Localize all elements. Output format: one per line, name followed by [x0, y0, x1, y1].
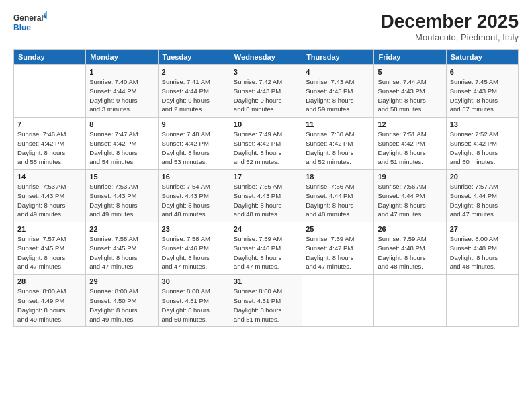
day-number: 18	[306, 173, 370, 181]
calendar-cell: 3Sunrise: 7:42 AMSunset: 4:43 PMDaylight…	[230, 65, 302, 118]
day-number: 1	[89, 68, 154, 76]
calendar-cell	[14, 65, 86, 118]
calendar-cell: 26Sunrise: 7:59 AMSunset: 4:48 PMDayligh…	[374, 222, 446, 275]
day-info: Sunrise: 8:00 AMSunset: 4:49 PMDaylight:…	[17, 287, 82, 324]
calendar-cell: 11Sunrise: 7:50 AMSunset: 4:42 PMDayligh…	[302, 118, 374, 170]
calendar-cell: 21Sunrise: 7:57 AMSunset: 4:45 PMDayligh…	[14, 222, 86, 275]
location: Montacuto, Piedmont, Italy	[381, 32, 519, 42]
day-number: 4	[306, 68, 370, 76]
calendar-cell: 1Sunrise: 7:40 AMSunset: 4:44 PMDaylight…	[86, 65, 158, 118]
day-number: 17	[234, 173, 298, 181]
calendar-cell: 19Sunrise: 7:56 AMSunset: 4:44 PMDayligh…	[374, 170, 446, 222]
day-number: 25	[306, 225, 370, 233]
day-number: 31	[234, 277, 298, 285]
calendar-cell: 10Sunrise: 7:49 AMSunset: 4:42 PMDayligh…	[230, 118, 302, 170]
calendar-cell: 14Sunrise: 7:53 AMSunset: 4:43 PMDayligh…	[14, 170, 86, 222]
day-number: 26	[378, 225, 442, 233]
day-info: Sunrise: 8:00 AMSunset: 4:50 PMDaylight:…	[89, 287, 154, 324]
day-number: 15	[89, 173, 154, 181]
weekday-header-wednesday: Wednesday	[230, 50, 302, 65]
weekday-header-sunday: Sunday	[14, 50, 86, 65]
month-title: December 2025	[381, 11, 519, 32]
day-number: 21	[17, 225, 82, 233]
day-info: Sunrise: 7:41 AMSunset: 4:44 PMDaylight:…	[162, 77, 226, 114]
calendar-cell: 27Sunrise: 8:00 AMSunset: 4:48 PMDayligh…	[446, 222, 518, 275]
day-info: Sunrise: 7:56 AMSunset: 4:44 PMDaylight:…	[306, 182, 370, 219]
day-number: 2	[162, 68, 226, 76]
day-info: Sunrise: 7:45 AMSunset: 4:43 PMDaylight:…	[450, 77, 515, 114]
calendar-cell: 16Sunrise: 7:54 AMSunset: 4:43 PMDayligh…	[158, 170, 230, 222]
weekday-header-thursday: Thursday	[302, 50, 374, 65]
weekday-header-monday: Monday	[86, 50, 158, 65]
calendar-cell: 20Sunrise: 7:57 AMSunset: 4:44 PMDayligh…	[446, 170, 518, 222]
weekday-header-tuesday: Tuesday	[158, 50, 230, 65]
day-info: Sunrise: 7:56 AMSunset: 4:44 PMDaylight:…	[378, 182, 442, 219]
day-number: 30	[162, 277, 226, 285]
calendar-cell: 2Sunrise: 7:41 AMSunset: 4:44 PMDaylight…	[158, 65, 230, 118]
day-info: Sunrise: 7:53 AMSunset: 4:43 PMDaylight:…	[89, 182, 154, 219]
calendar-cell: 31Sunrise: 8:00 AMSunset: 4:51 PMDayligh…	[230, 275, 302, 327]
day-info: Sunrise: 7:51 AMSunset: 4:42 PMDaylight:…	[378, 130, 442, 167]
calendar-cell: 30Sunrise: 8:00 AMSunset: 4:51 PMDayligh…	[158, 275, 230, 327]
calendar-cell	[302, 275, 374, 327]
day-info: Sunrise: 7:52 AMSunset: 4:42 PMDaylight:…	[450, 130, 515, 167]
day-info: Sunrise: 7:54 AMSunset: 4:43 PMDaylight:…	[162, 182, 226, 219]
day-number: 16	[162, 173, 226, 181]
day-info: Sunrise: 7:50 AMSunset: 4:42 PMDaylight:…	[306, 130, 370, 167]
calendar-cell: 17Sunrise: 7:55 AMSunset: 4:43 PMDayligh…	[230, 170, 302, 222]
day-info: Sunrise: 7:58 AMSunset: 4:46 PMDaylight:…	[162, 234, 226, 271]
day-number: 28	[17, 277, 82, 285]
svg-text:General: General	[13, 13, 44, 23]
day-info: Sunrise: 7:44 AMSunset: 4:43 PMDaylight:…	[378, 77, 442, 114]
day-info: Sunrise: 7:59 AMSunset: 4:48 PMDaylight:…	[378, 234, 442, 271]
calendar-cell	[446, 275, 518, 327]
logo-svg: General Blue	[13, 11, 47, 39]
calendar-cell: 15Sunrise: 7:53 AMSunset: 4:43 PMDayligh…	[86, 170, 158, 222]
title-block: December 2025 Montacuto, Piedmont, Italy	[381, 11, 519, 42]
calendar-cell: 23Sunrise: 7:58 AMSunset: 4:46 PMDayligh…	[158, 222, 230, 275]
day-info: Sunrise: 7:49 AMSunset: 4:42 PMDaylight:…	[234, 130, 298, 167]
calendar-cell: 8Sunrise: 7:47 AMSunset: 4:42 PMDaylight…	[86, 118, 158, 170]
day-number: 12	[378, 120, 442, 128]
calendar-cell: 25Sunrise: 7:59 AMSunset: 4:47 PMDayligh…	[302, 222, 374, 275]
calendar-cell: 29Sunrise: 8:00 AMSunset: 4:50 PMDayligh…	[86, 275, 158, 327]
logo: General Blue	[13, 11, 47, 39]
calendar-cell: 28Sunrise: 8:00 AMSunset: 4:49 PMDayligh…	[14, 275, 86, 327]
calendar-cell: 18Sunrise: 7:56 AMSunset: 4:44 PMDayligh…	[302, 170, 374, 222]
calendar-cell: 22Sunrise: 7:58 AMSunset: 4:45 PMDayligh…	[86, 222, 158, 275]
day-number: 9	[162, 120, 226, 128]
day-number: 7	[17, 120, 82, 128]
day-info: Sunrise: 7:57 AMSunset: 4:45 PMDaylight:…	[17, 234, 82, 271]
day-info: Sunrise: 7:47 AMSunset: 4:42 PMDaylight:…	[89, 130, 154, 167]
day-number: 23	[162, 225, 226, 233]
day-info: Sunrise: 8:00 AMSunset: 4:48 PMDaylight:…	[450, 234, 515, 271]
calendar-cell: 5Sunrise: 7:44 AMSunset: 4:43 PMDaylight…	[374, 65, 446, 118]
calendar-cell: 6Sunrise: 7:45 AMSunset: 4:43 PMDaylight…	[446, 65, 518, 118]
calendar-cell: 7Sunrise: 7:46 AMSunset: 4:42 PMDaylight…	[14, 118, 86, 170]
calendar-cell: 9Sunrise: 7:48 AMSunset: 4:42 PMDaylight…	[158, 118, 230, 170]
calendar-cell: 13Sunrise: 7:52 AMSunset: 4:42 PMDayligh…	[446, 118, 518, 170]
day-number: 14	[17, 173, 82, 181]
weekday-header-saturday: Saturday	[446, 50, 518, 65]
day-number: 6	[450, 68, 515, 76]
day-number: 13	[450, 120, 515, 128]
day-number: 5	[378, 68, 442, 76]
day-info: Sunrise: 7:59 AMSunset: 4:47 PMDaylight:…	[306, 234, 370, 271]
day-number: 8	[89, 120, 154, 128]
day-info: Sunrise: 8:00 AMSunset: 4:51 PMDaylight:…	[234, 287, 298, 324]
day-number: 24	[234, 225, 298, 233]
calendar-cell: 12Sunrise: 7:51 AMSunset: 4:42 PMDayligh…	[374, 118, 446, 170]
day-info: Sunrise: 7:55 AMSunset: 4:43 PMDaylight:…	[234, 182, 298, 219]
day-number: 22	[89, 225, 154, 233]
weekday-header-friday: Friday	[374, 50, 446, 65]
day-info: Sunrise: 7:58 AMSunset: 4:45 PMDaylight:…	[89, 234, 154, 271]
svg-text:Blue: Blue	[13, 23, 31, 32]
day-info: Sunrise: 7:57 AMSunset: 4:44 PMDaylight:…	[450, 182, 515, 219]
day-number: 10	[234, 120, 298, 128]
day-info: Sunrise: 8:00 AMSunset: 4:51 PMDaylight:…	[162, 287, 226, 324]
day-info: Sunrise: 7:48 AMSunset: 4:42 PMDaylight:…	[162, 130, 226, 167]
day-number: 11	[306, 120, 370, 128]
day-info: Sunrise: 7:46 AMSunset: 4:42 PMDaylight:…	[17, 130, 82, 167]
calendar-cell	[374, 275, 446, 327]
calendar-cell: 24Sunrise: 7:59 AMSunset: 4:46 PMDayligh…	[230, 222, 302, 275]
